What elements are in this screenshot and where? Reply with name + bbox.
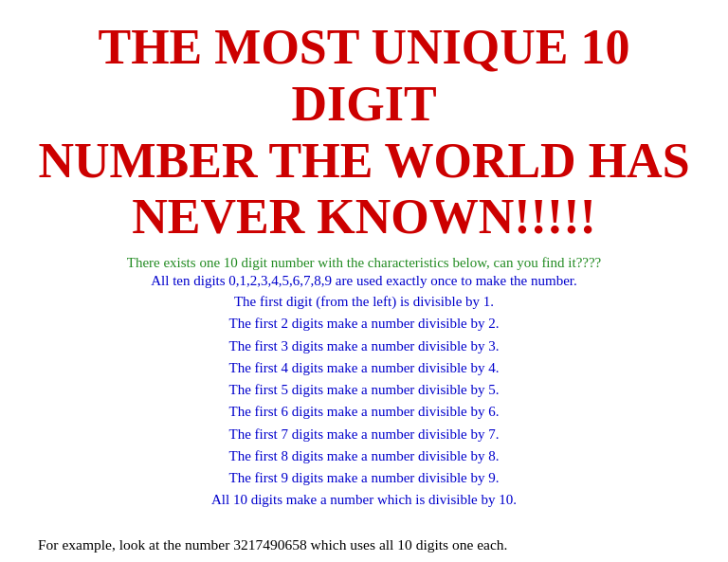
rule-line-1: The first digit (from the left) is divis… (38, 291, 690, 313)
rule-line-5: The first 5 digits make a number divisib… (38, 379, 690, 401)
example-line2: 3 is divisible by 1 : So that works (38, 557, 690, 562)
rule-line-3: The first 3 digits make a number divisib… (38, 335, 690, 357)
rule-line-7: The first 7 digits make a number divisib… (38, 424, 690, 445)
rule-line-2: The first 2 digits make a number divisib… (38, 313, 690, 335)
rule-line-8: The first 8 digits make a number divisib… (38, 445, 690, 467)
example-line1: For example, look at the number 32174906… (38, 533, 690, 557)
main-title: THE MOST UNIQUE 10 DIGIT NUMBER THE WORL… (38, 19, 690, 245)
subtitle-green: There exists one 10 digit number with th… (38, 255, 690, 271)
title-line3: NEVER KNOWN!!!!! (38, 189, 690, 245)
rule-line-10: All 10 digits make a number which is div… (38, 489, 690, 511)
example-section: For example, look at the number 32174906… (38, 533, 690, 562)
rule-line-4: The first 4 digits make a number divisib… (38, 357, 690, 379)
title-line2: NUMBER THE WORLD HAS (38, 133, 690, 190)
rule-line-6: The first 6 digits make a number divisib… (38, 401, 690, 423)
title-line1: THE MOST UNIQUE 10 DIGIT (38, 19, 690, 133)
rules-section: The first digit (from the left) is divis… (38, 291, 690, 512)
subtitle-blue: All ten digits 0,1,2,3,4,5,6,7,8,9 are u… (38, 273, 690, 289)
rule-line-9: The first 9 digits make a number divisib… (38, 467, 690, 489)
